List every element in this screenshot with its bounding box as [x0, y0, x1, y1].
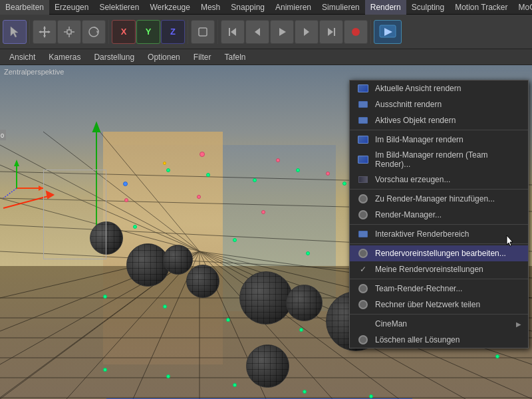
dropdown-meine-render[interactable]: ✓ Meine Rendervoreinstellungen — [350, 261, 528, 277]
menu-werkzeuge[interactable]: Werkzeuge — [144, 0, 195, 15]
dropdown-label-add-manager: Zu Render-Manager hinzufügen... — [375, 194, 521, 203]
toolbar-sep-5 — [370, 20, 371, 44]
render-icon-4 — [356, 134, 370, 145]
move-tool-btn[interactable] — [33, 20, 57, 44]
dropdown-team-render[interactable]: Im Bild-Manager rendern (Team Render)... — [350, 148, 528, 172]
menu-selektieren[interactable]: Selektieren — [94, 0, 144, 15]
menu-snapping[interactable]: Snapping — [225, 0, 270, 15]
dropdown-team-render-rechner[interactable]: Team-Render-Rechner... — [350, 281, 528, 297]
sphere-2 — [126, 243, 170, 287]
prev-frame-btn[interactable] — [245, 20, 269, 44]
go-end-btn[interactable] — [319, 20, 343, 44]
dropdown-label-ausschnitt: Ausschnitt rendern — [375, 100, 521, 109]
sphere-4 — [239, 271, 293, 325]
dropdown-aktuelle-ansicht[interactable]: Aktuelle Ansicht rendern — [350, 80, 528, 96]
menu-sculpting[interactable]: Sculpting — [406, 0, 450, 15]
svg-rect-6 — [67, 30, 71, 34]
go-start-btn[interactable] — [221, 20, 245, 44]
track-point-16 — [103, 295, 107, 299]
dropdown-render-manager[interactable]: Render-Manager... — [350, 207, 528, 223]
render-icon-preview — [358, 176, 368, 183]
next-frame-btn[interactable] — [295, 20, 319, 44]
render-icon-obj — [358, 117, 368, 124]
render-icon-5 — [356, 154, 370, 165]
dropdown-aktives-objekt[interactable]: Aktives Objekt rendern — [350, 112, 528, 128]
render-icon-14 — [356, 319, 370, 329]
menu-animieren[interactable]: Animieren — [270, 0, 317, 15]
track-point-17 — [163, 305, 167, 309]
dropdown-cineman[interactable]: CineMan ▶ — [350, 316, 528, 332]
track-point-1 — [166, 168, 170, 172]
sphere-5 — [286, 285, 323, 321]
menu-bearbeiten[interactable]: Bearbeiten — [0, 0, 49, 15]
menu-rendern[interactable]: Rendern — [365, 0, 406, 15]
menu-simulieren[interactable]: Simulieren — [317, 0, 365, 15]
menu-motiontracker[interactable]: Motion Tracker — [450, 0, 513, 15]
track-point-p2 — [276, 158, 280, 162]
dropdown-ausschnitt[interactable]: Ausschnitt rendern — [350, 96, 528, 112]
render-icon-del — [358, 335, 368, 344]
dropdown-loeschen[interactable]: Löschen aller Lösungen — [350, 332, 528, 348]
render-icon-13 — [356, 299, 370, 310]
dropdown-netzwerk[interactable]: Rechner über Netzwerk teilen — [350, 297, 528, 313]
render-icon-11: ✓ — [356, 264, 370, 275]
checkmark-icon: ✓ — [360, 265, 366, 274]
track-point-27 — [369, 394, 373, 398]
view-ansicht[interactable]: Ansicht — [4, 51, 41, 63]
render-icon-small — [358, 101, 368, 108]
play-btn[interactable] — [270, 20, 294, 44]
track-point-b1 — [123, 182, 128, 186]
obj-mode-btn[interactable] — [191, 20, 215, 44]
dropdown-rendervoreinstellungen[interactable]: Rendervoreinstellungen bearbeiten... — [350, 245, 528, 261]
toolbar2: Ansicht Kameras Darstellung Optionen Fil… — [0, 49, 532, 65]
toolbar-group-select — [3, 20, 27, 44]
dropdown-label-netz: Rechner über Netzwerk teilen — [375, 300, 521, 309]
menu-erzeugen[interactable]: Erzeugen — [49, 0, 94, 15]
dropdown-add-render-manager[interactable]: Zu Render-Manager hinzufügen... — [350, 191, 528, 207]
select-tool-btn[interactable] — [3, 20, 27, 44]
dropdown-sep-2 — [350, 189, 528, 190]
view-tafeln[interactable]: Tafeln — [219, 51, 251, 63]
toolbar-group-axis: X Y Z — [112, 20, 185, 44]
dropdown-label-loeschen: Löschen aller Lösungen — [375, 335, 521, 344]
submenu-arrow-icon: ▶ — [516, 321, 521, 328]
view-darstellung[interactable]: Darstellung — [88, 51, 140, 63]
sphere-8 — [163, 245, 193, 275]
render-icon-voreinst — [358, 249, 368, 258]
track-point-26 — [303, 390, 307, 394]
axis-z-btn[interactable]: Z — [161, 20, 185, 44]
dropdown-sep-3 — [350, 224, 528, 225]
render-icon-3 — [356, 115, 370, 126]
dropdown-bild-manager[interactable]: Im Bild-Manager rendern — [350, 132, 528, 148]
render-btn[interactable] — [374, 20, 402, 44]
menu-mograph[interactable]: MoGraph — [513, 0, 532, 15]
axis-y-btn[interactable]: Y — [136, 20, 160, 44]
dropdown-vorschau[interactable]: Vorschau erzeugen... — [350, 172, 528, 188]
render-dropdown-menu: Aktuelle Ansicht rendern Ausschnitt rend… — [349, 80, 529, 348]
rotate-tool-btn[interactable] — [82, 20, 106, 44]
menu-bar: Bearbeiten Erzeugen Selektieren Werkzeug… — [0, 0, 532, 15]
dropdown-interaktiver[interactable]: Interaktiver Renderbereich — [350, 226, 528, 242]
render-icon-2 — [356, 99, 370, 110]
svg-marker-18 — [304, 28, 309, 36]
dropdown-label-interaktiv: Interaktiver Renderbereich — [375, 229, 521, 239]
toolbar-sep-1 — [29, 20, 30, 44]
svg-rect-20 — [334, 28, 335, 36]
view-optionen[interactable]: Optionen — [142, 51, 186, 63]
render-icon-add — [358, 194, 368, 203]
render-icon-12 — [356, 283, 370, 294]
axis-x-btn[interactable]: X — [112, 20, 136, 44]
menu-mesh[interactable]: Mesh — [196, 0, 225, 15]
scale-tool-btn[interactable] — [57, 20, 81, 44]
record-btn[interactable] — [344, 20, 368, 44]
viewport[interactable]: Zentralperspektive — [0, 65, 532, 399]
render-icon-manager — [358, 210, 368, 219]
toolbar-sep-3 — [188, 20, 188, 44]
view-filter[interactable]: Filter — [188, 51, 217, 63]
track-point-25 — [233, 383, 237, 387]
track-point-2 — [206, 173, 210, 177]
dropdown-label-voreinst: Rendervoreinstellungen bearbeiten... — [375, 249, 521, 258]
render-icon-netz — [358, 300, 368, 309]
view-kameras[interactable]: Kameras — [43, 51, 86, 63]
track-point-p5 — [197, 195, 201, 199]
